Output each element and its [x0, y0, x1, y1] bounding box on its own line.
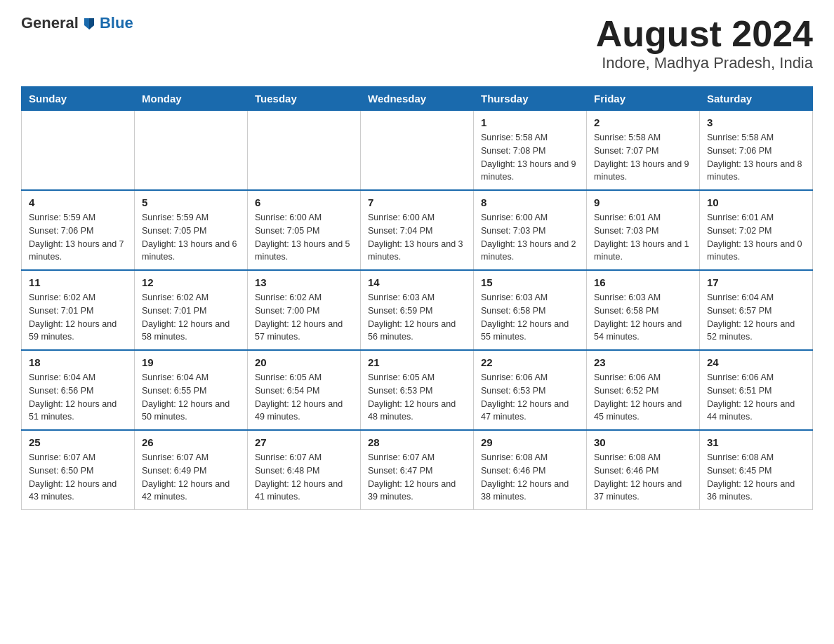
- table-row: 29Sunrise: 6:08 AMSunset: 6:46 PMDayligh…: [474, 430, 587, 510]
- page-title: August 2024: [596, 14, 813, 54]
- logo-blue-text: Blue: [100, 14, 133, 32]
- table-row: 11Sunrise: 6:02 AMSunset: 7:01 PMDayligh…: [22, 270, 135, 350]
- table-row: 20Sunrise: 6:05 AMSunset: 6:54 PMDayligh…: [248, 350, 361, 430]
- day-info: Sunrise: 6:04 AMSunset: 6:57 PMDaylight:…: [707, 291, 805, 344]
- table-row: 17Sunrise: 6:04 AMSunset: 6:57 PMDayligh…: [700, 270, 813, 350]
- calendar-table: Sunday Monday Tuesday Wednesday Thursday…: [21, 86, 813, 510]
- day-number: 15: [481, 276, 579, 288]
- day-info: Sunrise: 6:07 AMSunset: 6:49 PMDaylight:…: [142, 451, 240, 504]
- day-info: Sunrise: 6:07 AMSunset: 6:47 PMDaylight:…: [368, 451, 466, 504]
- day-info: Sunrise: 6:07 AMSunset: 6:50 PMDaylight:…: [29, 451, 127, 504]
- day-info: Sunrise: 6:02 AMSunset: 7:01 PMDaylight:…: [29, 291, 127, 344]
- page-header: General Blue August 2024 Indore, Madhya …: [21, 14, 813, 72]
- day-number: 29: [481, 436, 579, 448]
- day-info: Sunrise: 6:00 AMSunset: 7:04 PMDaylight:…: [368, 211, 466, 264]
- table-row: 30Sunrise: 6:08 AMSunset: 6:46 PMDayligh…: [587, 430, 700, 510]
- table-row: 22Sunrise: 6:06 AMSunset: 6:53 PMDayligh…: [474, 350, 587, 430]
- day-number: 2: [594, 116, 692, 128]
- day-info: Sunrise: 5:58 AMSunset: 7:06 PMDaylight:…: [707, 131, 805, 184]
- day-info: Sunrise: 6:06 AMSunset: 6:53 PMDaylight:…: [481, 371, 579, 424]
- day-info: Sunrise: 6:08 AMSunset: 6:46 PMDaylight:…: [594, 451, 692, 504]
- day-number: 8: [481, 196, 579, 208]
- day-info: Sunrise: 6:04 AMSunset: 6:55 PMDaylight:…: [142, 371, 240, 424]
- day-info: Sunrise: 6:08 AMSunset: 6:45 PMDaylight:…: [707, 451, 805, 504]
- table-row: 13Sunrise: 6:02 AMSunset: 7:00 PMDayligh…: [248, 270, 361, 350]
- day-info: Sunrise: 5:59 AMSunset: 7:05 PMDaylight:…: [142, 211, 240, 264]
- day-number: 16: [594, 276, 692, 288]
- day-info: Sunrise: 6:06 AMSunset: 6:51 PMDaylight:…: [707, 371, 805, 424]
- day-number: 24: [707, 356, 805, 368]
- day-info: Sunrise: 6:07 AMSunset: 6:48 PMDaylight:…: [255, 451, 353, 504]
- day-number: 27: [255, 436, 353, 448]
- day-number: 17: [707, 276, 805, 288]
- table-row: 8Sunrise: 6:00 AMSunset: 7:03 PMDaylight…: [474, 190, 587, 270]
- table-row: 31Sunrise: 6:08 AMSunset: 6:45 PMDayligh…: [700, 430, 813, 510]
- title-block: August 2024 Indore, Madhya Pradesh, Indi…: [596, 14, 813, 72]
- logo-text: General: [21, 14, 79, 32]
- header-sunday: Sunday: [22, 87, 135, 111]
- day-number: 6: [255, 196, 353, 208]
- day-info: Sunrise: 6:02 AMSunset: 7:00 PMDaylight:…: [255, 291, 353, 344]
- calendar-week-row: 18Sunrise: 6:04 AMSunset: 6:56 PMDayligh…: [22, 350, 813, 430]
- day-info: Sunrise: 6:01 AMSunset: 7:02 PMDaylight:…: [707, 211, 805, 264]
- table-row: 15Sunrise: 6:03 AMSunset: 6:58 PMDayligh…: [474, 270, 587, 350]
- table-row: 5Sunrise: 5:59 AMSunset: 7:05 PMDaylight…: [135, 190, 248, 270]
- header-friday: Friday: [587, 87, 700, 111]
- table-row: [135, 111, 248, 191]
- day-number: 3: [707, 116, 805, 128]
- table-row: 1Sunrise: 5:58 AMSunset: 7:08 PMDaylight…: [474, 111, 587, 191]
- table-row: 28Sunrise: 6:07 AMSunset: 6:47 PMDayligh…: [361, 430, 474, 510]
- table-row: 12Sunrise: 6:02 AMSunset: 7:01 PMDayligh…: [135, 270, 248, 350]
- calendar-header-row: Sunday Monday Tuesday Wednesday Thursday…: [22, 87, 813, 111]
- day-info: Sunrise: 5:59 AMSunset: 7:06 PMDaylight:…: [29, 211, 127, 264]
- day-number: 26: [142, 436, 240, 448]
- day-number: 9: [594, 196, 692, 208]
- table-row: 9Sunrise: 6:01 AMSunset: 7:03 PMDaylight…: [587, 190, 700, 270]
- day-info: Sunrise: 6:00 AMSunset: 7:03 PMDaylight:…: [481, 211, 579, 264]
- day-number: 23: [594, 356, 692, 368]
- table-row: 18Sunrise: 6:04 AMSunset: 6:56 PMDayligh…: [22, 350, 135, 430]
- calendar-week-row: 1Sunrise: 5:58 AMSunset: 7:08 PMDaylight…: [22, 111, 813, 191]
- day-number: 31: [707, 436, 805, 448]
- day-number: 1: [481, 116, 579, 128]
- table-row: 19Sunrise: 6:04 AMSunset: 6:55 PMDayligh…: [135, 350, 248, 430]
- table-row: 7Sunrise: 6:00 AMSunset: 7:04 PMDaylight…: [361, 190, 474, 270]
- day-info: Sunrise: 5:58 AMSunset: 7:07 PMDaylight:…: [594, 131, 692, 184]
- header-wednesday: Wednesday: [361, 87, 474, 111]
- calendar-week-row: 11Sunrise: 6:02 AMSunset: 7:01 PMDayligh…: [22, 270, 813, 350]
- day-number: 14: [368, 276, 466, 288]
- day-info: Sunrise: 6:00 AMSunset: 7:05 PMDaylight:…: [255, 211, 353, 264]
- header-saturday: Saturday: [700, 87, 813, 111]
- table-row: 21Sunrise: 6:05 AMSunset: 6:53 PMDayligh…: [361, 350, 474, 430]
- table-row: 14Sunrise: 6:03 AMSunset: 6:59 PMDayligh…: [361, 270, 474, 350]
- day-number: 10: [707, 196, 805, 208]
- day-number: 13: [255, 276, 353, 288]
- table-row: [361, 111, 474, 191]
- day-number: 11: [29, 276, 127, 288]
- day-info: Sunrise: 6:08 AMSunset: 6:46 PMDaylight:…: [481, 451, 579, 504]
- day-number: 5: [142, 196, 240, 208]
- calendar-week-row: 4Sunrise: 5:59 AMSunset: 7:06 PMDaylight…: [22, 190, 813, 270]
- day-number: 30: [594, 436, 692, 448]
- day-info: Sunrise: 6:03 AMSunset: 6:58 PMDaylight:…: [481, 291, 579, 344]
- table-row: 2Sunrise: 5:58 AMSunset: 7:07 PMDaylight…: [587, 111, 700, 191]
- day-number: 25: [29, 436, 127, 448]
- header-monday: Monday: [135, 87, 248, 111]
- day-number: 12: [142, 276, 240, 288]
- table-row: 6Sunrise: 6:00 AMSunset: 7:05 PMDaylight…: [248, 190, 361, 270]
- table-row: 25Sunrise: 6:07 AMSunset: 6:50 PMDayligh…: [22, 430, 135, 510]
- day-number: 4: [29, 196, 127, 208]
- table-row: 27Sunrise: 6:07 AMSunset: 6:48 PMDayligh…: [248, 430, 361, 510]
- table-row: 23Sunrise: 6:06 AMSunset: 6:52 PMDayligh…: [587, 350, 700, 430]
- day-info: Sunrise: 6:02 AMSunset: 7:01 PMDaylight:…: [142, 291, 240, 344]
- day-number: 21: [368, 356, 466, 368]
- day-info: Sunrise: 6:03 AMSunset: 6:59 PMDaylight:…: [368, 291, 466, 344]
- day-number: 7: [368, 196, 466, 208]
- logo: General Blue: [21, 14, 133, 32]
- header-thursday: Thursday: [474, 87, 587, 111]
- calendar-week-row: 25Sunrise: 6:07 AMSunset: 6:50 PMDayligh…: [22, 430, 813, 510]
- table-row: 26Sunrise: 6:07 AMSunset: 6:49 PMDayligh…: [135, 430, 248, 510]
- day-info: Sunrise: 6:03 AMSunset: 6:58 PMDaylight:…: [594, 291, 692, 344]
- table-row: [248, 111, 361, 191]
- day-info: Sunrise: 6:01 AMSunset: 7:03 PMDaylight:…: [594, 211, 692, 264]
